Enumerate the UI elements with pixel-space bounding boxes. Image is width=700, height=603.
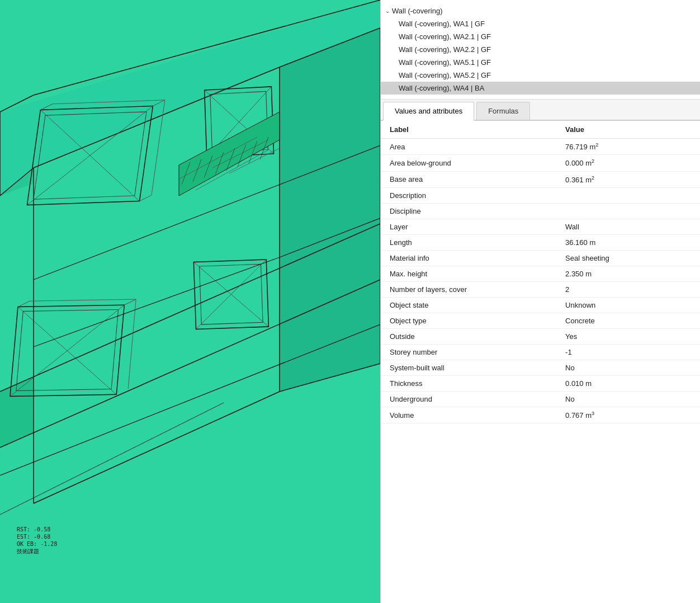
row-value (556, 187, 700, 203)
table-row: LayerWall (381, 219, 700, 234)
row-label: Underground (381, 391, 556, 407)
table-row: Discipline (381, 203, 700, 219)
row-value: 76.719 m2 (556, 139, 700, 155)
table-row: Thickness0.010 m (381, 375, 700, 391)
row-label: Volume (381, 407, 556, 423)
svg-text:EST:  -0.68: EST: -0.68 (17, 534, 50, 540)
row-value: 2 (556, 281, 700, 297)
table-row: Max. height2.350 m (381, 266, 700, 281)
row-value: No (556, 391, 700, 407)
row-value: Wall (556, 219, 700, 234)
row-label: Discipline (381, 203, 556, 219)
table-row: Number of layers, cover2 (381, 281, 700, 297)
tree-item-2[interactable]: Wall (-covering), WA2.2 | GF (381, 43, 700, 56)
table-row: OutsideYes (381, 328, 700, 344)
row-label: Material info (381, 250, 556, 266)
table-row: UndergroundNo (381, 391, 700, 407)
tree-item-parent[interactable]: ⌄ Wall (-covering) (381, 4, 700, 17)
row-value: Yes (556, 328, 700, 344)
row-label: Object type (381, 313, 556, 328)
tabs-bar: Values and attributes Formulas (381, 100, 700, 121)
row-value: Concrete (556, 313, 700, 328)
row-value: -1 (556, 344, 700, 360)
row-value (556, 203, 700, 219)
row-value: 0.000 m2 (556, 155, 700, 171)
tab-formulas[interactable]: Formulas (476, 102, 530, 120)
row-label: Length (381, 234, 556, 250)
table-row: Object stateUnknown (381, 297, 700, 313)
tree-item-0[interactable]: Wall (-covering), WA1 | GF (381, 17, 700, 30)
tree-section: ⌄ Wall (-covering) Wall (-covering), WA1… (381, 0, 700, 100)
table-row: Base area0.361 m2 (381, 171, 700, 187)
row-value: 2.350 m (556, 266, 700, 281)
col-label: Label (381, 121, 556, 139)
row-label: Area below-ground (381, 155, 556, 171)
row-value: 0.010 m (556, 375, 700, 391)
table-row: Area76.719 m2 (381, 139, 700, 155)
row-label: System-built wall (381, 360, 556, 375)
row-value: Seal sheeting (556, 250, 700, 266)
table-row: Object typeConcrete (381, 313, 700, 328)
row-label: Max. height (381, 266, 556, 281)
col-value: Value (556, 121, 700, 139)
tab-values-attributes[interactable]: Values and attributes (383, 102, 474, 121)
svg-text:OK EB: -1.28: OK EB: -1.28 (17, 541, 57, 547)
right-panel: ⌄ Wall (-covering) Wall (-covering), WA1… (380, 0, 700, 603)
row-label: Layer (381, 219, 556, 234)
table-section[interactable]: Label Value Area76.719 m2Area below-grou… (381, 121, 700, 603)
row-label: Outside (381, 328, 556, 344)
table-row: Storey number-1 (381, 344, 700, 360)
tree-item-4[interactable]: Wall (-covering), WA5.2 | GF (381, 69, 700, 82)
table-row: System-built wallNo (381, 360, 700, 375)
chevron-icon: ⌄ (385, 8, 390, 14)
row-value: 0.767 m3 (556, 407, 700, 423)
svg-text:RST:  -0.58: RST: -0.58 (17, 526, 50, 533)
table-row: Volume0.767 m3 (381, 407, 700, 423)
table-row: Material infoSeal sheeting (381, 250, 700, 266)
attributes-table: Label Value Area76.719 m2Area below-grou… (381, 121, 700, 423)
svg-text:技術課題: 技術課題 (16, 548, 39, 554)
svg-marker-4 (280, 28, 380, 392)
row-label: Description (381, 187, 556, 203)
row-value: Unknown (556, 297, 700, 313)
3d-viewport: RST: -0.58 EST: -0.68 OK EB: -1.28 技術課題 (0, 0, 380, 603)
row-label: Storey number (381, 344, 556, 360)
table-row: Description (381, 187, 700, 203)
row-label: Area (381, 139, 556, 155)
row-label: Number of layers, cover (381, 281, 556, 297)
row-label: Base area (381, 171, 556, 187)
table-row: Area below-ground0.000 m2 (381, 155, 700, 171)
row-value: No (556, 360, 700, 375)
tree-item-5[interactable]: Wall (-covering), WA4 | BA (381, 82, 700, 95)
row-value: 0.361 m2 (556, 171, 700, 187)
row-label: Object state (381, 297, 556, 313)
tree-item-3[interactable]: Wall (-covering), WA5.1 | GF (381, 56, 700, 69)
table-header-row: Label Value (381, 121, 700, 139)
table-row: Length36.160 m (381, 234, 700, 250)
tree-item-1[interactable]: Wall (-covering), WA2.1 | GF (381, 30, 700, 43)
row-value: 36.160 m (556, 234, 700, 250)
row-label: Thickness (381, 375, 556, 391)
